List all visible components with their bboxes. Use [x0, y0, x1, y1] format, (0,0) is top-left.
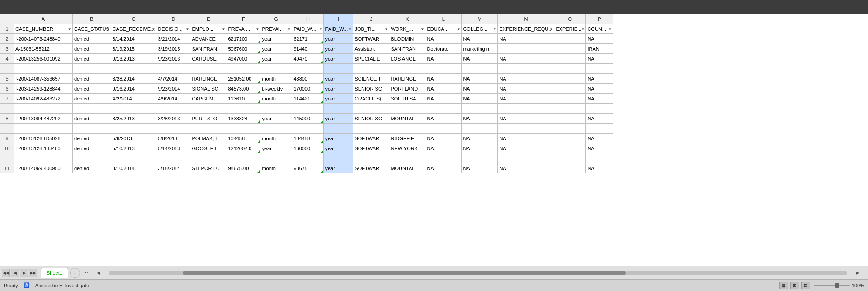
cell[interactable]: denied: [73, 114, 111, 124]
cell[interactable]: 3/18/2014: [156, 163, 190, 173]
header-college[interactable]: COLLEG... ▼: [462, 24, 498, 34]
cell[interactable]: denied: [73, 34, 111, 44]
cell[interactable]: year: [324, 84, 353, 94]
header-country[interactable]: COUN... ▼: [586, 24, 613, 34]
cell[interactable]: month: [260, 163, 292, 173]
cell[interactable]: [156, 124, 190, 134]
col-N[interactable]: N: [498, 14, 554, 24]
col-L[interactable]: L: [425, 14, 462, 24]
cell[interactable]: [554, 114, 586, 124]
horizontal-scrollbar[interactable]: [109, 271, 847, 275]
cell[interactable]: [462, 124, 498, 134]
cell[interactable]: [292, 124, 324, 134]
cell[interactable]: [73, 124, 111, 134]
col-E[interactable]: E: [190, 14, 226, 24]
header-decision[interactable]: DECISIO... ▼: [156, 24, 190, 34]
cell[interactable]: [73, 64, 111, 74]
cell[interactable]: ORACLE S(: [353, 94, 389, 104]
cell[interactable]: NA: [586, 114, 613, 124]
cell[interactable]: NA: [425, 84, 462, 94]
accessibility-label[interactable]: Accessibility: Investigate: [35, 283, 89, 288]
cell[interactable]: I-200-14087-353657: [14, 74, 73, 84]
cell[interactable]: HARLINGE: [190, 74, 226, 84]
cell[interactable]: 98675: [292, 163, 324, 173]
cell[interactable]: STLPORT C: [190, 163, 226, 173]
cell[interactable]: [586, 124, 613, 134]
col-O[interactable]: O: [554, 14, 586, 24]
cell[interactable]: 104458: [292, 134, 324, 143]
cell[interactable]: 9/23/2014: [156, 84, 190, 94]
cell[interactable]: [111, 104, 156, 114]
cell[interactable]: SIGNAL SC: [190, 84, 226, 94]
add-sheet-button[interactable]: +: [70, 268, 80, 278]
cell[interactable]: NA: [498, 94, 554, 104]
cell[interactable]: HARLINGE: [389, 74, 425, 84]
col-J[interactable]: J: [353, 14, 389, 24]
cell[interactable]: [190, 104, 226, 114]
cell[interactable]: [190, 153, 226, 163]
header-education[interactable]: EDUCA... ▼: [425, 24, 462, 34]
cell[interactable]: [324, 124, 353, 134]
cell[interactable]: [425, 104, 462, 114]
cell[interactable]: [554, 163, 586, 173]
cell[interactable]: LOS ANGE: [389, 54, 425, 64]
cell[interactable]: NA: [498, 134, 554, 143]
cell[interactable]: NA: [586, 84, 613, 94]
cell[interactable]: [498, 44, 554, 54]
cell[interactable]: 3/21/2014: [156, 34, 190, 44]
cell[interactable]: [292, 104, 324, 114]
cell[interactable]: [111, 124, 156, 134]
cell[interactable]: SPECIAL E: [353, 54, 389, 64]
cell[interactable]: SENIOR SC: [353, 84, 389, 94]
header-case-status[interactable]: CASE_STATUS ▼: [73, 24, 111, 34]
cell[interactable]: [554, 124, 586, 134]
col-M[interactable]: M: [462, 14, 498, 24]
cell[interactable]: year: [324, 134, 353, 143]
cell[interactable]: [554, 34, 586, 44]
cell[interactable]: NA: [425, 94, 462, 104]
cell[interactable]: [260, 104, 292, 114]
col-A[interactable]: A: [14, 14, 73, 24]
cell[interactable]: denied: [73, 94, 111, 104]
cell[interactable]: denied: [73, 134, 111, 143]
cell[interactable]: SOFTWAR: [353, 143, 389, 153]
cell[interactable]: [389, 124, 425, 134]
cell[interactable]: NA: [425, 114, 462, 124]
cell[interactable]: [353, 64, 389, 74]
cell[interactable]: 1333328: [226, 114, 260, 124]
header-job-title[interactable]: JOB_TI... ▼: [353, 24, 389, 34]
cell[interactable]: [554, 134, 586, 143]
cell[interactable]: [14, 153, 73, 163]
cell[interactable]: [111, 153, 156, 163]
cell[interactable]: NA: [425, 134, 462, 143]
cell[interactable]: [73, 153, 111, 163]
cell[interactable]: 3/28/2014: [111, 74, 156, 84]
cell[interactable]: I-200-13128-133480: [14, 143, 73, 153]
cell[interactable]: NA: [462, 114, 498, 124]
header-case-number[interactable]: CASE_NUMBER ▼: [14, 24, 73, 34]
cell[interactable]: NA: [498, 34, 554, 44]
cell[interactable]: 5067600: [226, 44, 260, 54]
cell[interactable]: 170000: [292, 84, 324, 94]
first-sheet-btn[interactable]: ◀◀: [2, 269, 10, 277]
cell[interactable]: [586, 104, 613, 114]
cell[interactable]: [324, 64, 353, 74]
cell[interactable]: 145000: [292, 114, 324, 124]
cell[interactable]: [554, 104, 586, 114]
cell[interactable]: year: [324, 44, 353, 54]
cell[interactable]: [260, 124, 292, 134]
cell[interactable]: [14, 104, 73, 114]
cell[interactable]: year: [324, 143, 353, 153]
normal-view-btn[interactable]: ▦: [779, 282, 788, 289]
cell[interactable]: [156, 64, 190, 74]
page-break-btn[interactable]: ⊟: [801, 282, 810, 289]
cell[interactable]: CAROUSE: [190, 54, 226, 64]
header-experience-req[interactable]: EXPERIENCE_REQU... ▼: [498, 24, 554, 34]
cell[interactable]: NA: [462, 34, 498, 44]
cell[interactable]: SOFTWAR: [353, 34, 389, 44]
cell[interactable]: NA: [586, 54, 613, 64]
cell[interactable]: I-203-14259-128844: [14, 84, 73, 94]
cell[interactable]: 49470: [292, 54, 324, 64]
cell[interactable]: PORTLAND: [389, 84, 425, 94]
cell[interactable]: [226, 124, 260, 134]
